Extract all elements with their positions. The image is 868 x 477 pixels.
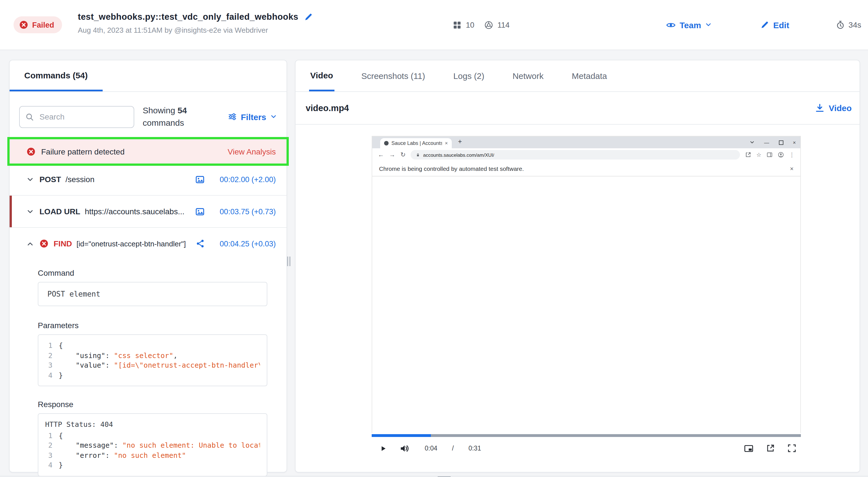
- tab-metadata[interactable]: Metadata: [570, 60, 608, 91]
- results-panel: Video Screenshots (11) Logs (2) Network …: [295, 60, 860, 473]
- video-controls: 0:04 / 0:31: [372, 438, 801, 458]
- showing-count-text: Showing 54 commands: [143, 104, 187, 129]
- test-meta: Aug 4th, 2023 at 11:51AM by @insights-e2…: [78, 26, 312, 34]
- results-tabbar: Video Screenshots (11) Logs (2) Network …: [296, 60, 860, 92]
- showing-prefix: Showing: [143, 105, 175, 115]
- header: Failed test_webhooks.py::test_vdc_only_f…: [0, 0, 868, 50]
- browser-page-content: [372, 177, 800, 433]
- video-progress-played: [372, 434, 431, 437]
- edit-label: Edit: [773, 20, 789, 30]
- code-line: 2 "message": "no such element: Unable to…: [45, 440, 260, 450]
- showing-count: 54: [177, 105, 187, 115]
- tab-logs[interactable]: Logs (2): [452, 60, 485, 91]
- download-icon: [815, 103, 825, 113]
- screenshot-icon[interactable]: [195, 174, 205, 184]
- test-details-page: Failed test_webhooks.py::test_vdc_only_f…: [0, 0, 868, 477]
- team-label: Team: [680, 20, 701, 30]
- url-text: accounts.saucelabs.com/am/XUI/: [423, 152, 494, 158]
- time-separator: /: [452, 445, 454, 452]
- tab-video[interactable]: Video: [309, 60, 334, 91]
- share-page-icon: [745, 152, 751, 158]
- profile-avatar-icon: [778, 152, 784, 158]
- title-block: test_webhooks.py::test_vdc_only_failed_w…: [78, 12, 312, 34]
- command-method: FIND: [54, 239, 72, 248]
- browser-addressbar: ← → ↻ accounts.saucelabs.com/am/XUI/ ☆ ⋮: [372, 148, 800, 161]
- volume-button[interactable]: [399, 443, 409, 453]
- command-time: 00:03.75 (+0.73): [219, 207, 276, 216]
- command-time: 00:02.00 (+2.00): [219, 175, 276, 184]
- code-line: 3 "error": "no such element": [45, 450, 260, 460]
- fullscreen-button[interactable]: [787, 444, 796, 453]
- reload-icon: ↻: [400, 152, 405, 158]
- response-label: Response: [38, 400, 267, 409]
- close-icon: ×: [793, 139, 796, 145]
- filters-button[interactable]: Filters: [228, 112, 277, 122]
- browser-tab-title: Sauce Labs | Accounts: [392, 140, 442, 146]
- window-controls: — ×: [749, 136, 796, 148]
- picture-in-picture-button[interactable]: [744, 443, 753, 453]
- duration-value: 34s: [848, 20, 861, 29]
- tab-network[interactable]: Network: [511, 60, 545, 91]
- tab-screenshots[interactable]: Screenshots (11): [360, 60, 426, 91]
- code-line: 2 "using": "css selector",: [45, 350, 260, 360]
- parameters-box: 1{ 2 "using": "css selector", 3 "value":…: [38, 335, 267, 386]
- maximize-icon: [779, 140, 783, 145]
- code-line: 3 "value": "[id=\"onetrust-accept-btn-ha…: [45, 360, 260, 370]
- screenshot-icon[interactable]: [195, 206, 205, 216]
- commands-panel: Commands (54) Showing 54 commands Filter…: [9, 60, 287, 473]
- play-button[interactable]: [379, 445, 387, 452]
- tab-commands[interactable]: Commands (54): [9, 60, 102, 91]
- pencil-icon: [760, 21, 769, 29]
- edit-button[interactable]: Edit: [760, 0, 789, 50]
- status-label: Failed: [32, 21, 54, 29]
- popout-button[interactable]: [766, 444, 775, 453]
- http-status: HTTP Status: 404: [45, 419, 260, 430]
- video-display[interactable]: Sauce Labs | Accounts × + — × ← → ↻: [372, 136, 801, 433]
- edit-title-icon[interactable]: [304, 13, 312, 21]
- search-input-wrap: [19, 106, 134, 128]
- command-row-find-expanded[interactable]: FIND [id="onetrust-accept-btn-handler"] …: [9, 228, 286, 259]
- bookmark-star-icon: ☆: [756, 152, 762, 158]
- os-icon: [453, 21, 461, 29]
- side-panel-icon: [767, 152, 773, 158]
- view-analysis-link[interactable]: View Analysis: [227, 147, 276, 156]
- share-icon[interactable]: [196, 239, 205, 248]
- failure-pattern-alert[interactable]: Failure pattern detected View Analysis: [9, 139, 286, 163]
- new-tab-icon: +: [458, 137, 462, 146]
- current-time: 0:04: [425, 445, 437, 452]
- chevron-down-icon: [270, 113, 277, 120]
- command-value-box: POST element: [38, 282, 267, 306]
- download-video-button[interactable]: Video: [815, 103, 851, 113]
- command-row-post-session[interactable]: POST /session 00:02.00 (+2.00): [9, 163, 286, 196]
- automation-infobar: Chrome is being controlled by automated …: [372, 161, 800, 177]
- command-method: POST: [39, 175, 61, 184]
- code-line: 4}: [45, 370, 260, 380]
- minimize-icon: —: [764, 139, 769, 145]
- chevron-down-icon[interactable]: [27, 176, 34, 183]
- commands-panel-header: Commands (54): [9, 60, 286, 92]
- search-input[interactable]: [38, 112, 125, 122]
- os-version: 10: [466, 21, 474, 29]
- response-box: HTTP Status: 404 1{ 2 "message": "no suc…: [38, 413, 267, 476]
- chevron-down-icon: [705, 22, 712, 28]
- command-arg: https://accounts.saucelabs...: [85, 207, 184, 216]
- back-icon: ←: [378, 152, 384, 158]
- command-value: POST element: [48, 290, 100, 298]
- command-method: LOAD URL: [39, 207, 81, 216]
- chevron-up-icon[interactable]: [27, 240, 34, 247]
- command-row-load-url[interactable]: LOAD URL https://accounts.saucelabs... 0…: [9, 196, 286, 228]
- video-subheader: video.mp4 Video: [296, 92, 860, 125]
- command-arg: [id="onetrust-accept-btn-handler"]: [76, 240, 186, 248]
- video-progress-bar[interactable]: [372, 434, 801, 437]
- bottom-divider: [0, 476, 868, 476]
- commands-toolbar: Showing 54 commands Filters: [9, 92, 286, 139]
- url-bar: accounts.saucelabs.com/am/XUI/: [411, 150, 740, 160]
- command-time: 00:04.25 (+0.03): [219, 240, 276, 248]
- alert-text: Failure pattern detected: [41, 147, 125, 156]
- infobar-close-icon: ×: [790, 165, 794, 172]
- video-filename: video.mp4: [306, 103, 349, 113]
- team-dropdown[interactable]: Team: [666, 0, 712, 50]
- panel-resize-handle[interactable]: [287, 257, 290, 266]
- forward-icon: →: [389, 152, 395, 158]
- chevron-down-icon[interactable]: [27, 208, 34, 215]
